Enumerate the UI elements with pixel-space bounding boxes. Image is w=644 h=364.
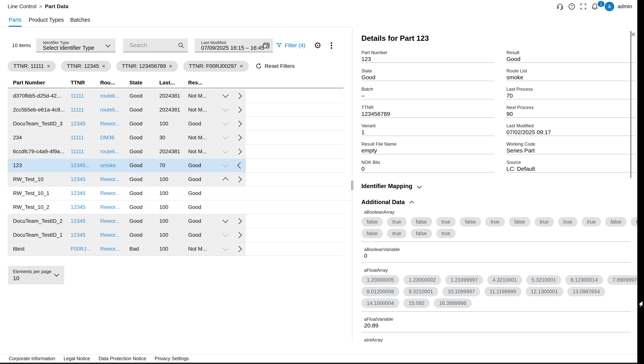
table-row[interactable]: DocuTeam_TestID_3 12345 Rewor... Good 10… [8, 117, 343, 130]
ttnr-link[interactable]: 11111 [71, 131, 84, 144]
table-subrow[interactable]: RW_Test_10_1 12345 Rewor... Good 100 Goo… [8, 186, 343, 200]
footer-link-corporate-information[interactable]: Corporate Information [9, 356, 55, 361]
expand-chevron-icon[interactable] [222, 161, 229, 168]
footer-link-data-protection-notice[interactable]: Data Protection Notice [98, 356, 146, 361]
route-link[interactable]: Rewor... [100, 186, 120, 200]
expand-chevron-icon[interactable] [222, 134, 229, 140]
ttnr-link[interactable]: 12345 [71, 186, 86, 200]
remove-chip-icon[interactable]: × [47, 63, 50, 69]
ttnr-link[interactable]: 12345... [71, 159, 90, 172]
open-details-icon[interactable] [236, 246, 242, 252]
more-options-icon[interactable] [331, 41, 333, 50]
ttnr-link[interactable]: 12345 [71, 117, 86, 130]
route-link[interactable]: Rewor... [100, 214, 120, 228]
collapse-chevron-icon[interactable] [222, 177, 229, 183]
col-part-number[interactable]: Part Number [13, 78, 45, 87]
expand-chevron-icon[interactable] [222, 217, 229, 223]
expand-chevron-icon[interactable] [222, 106, 229, 112]
settings-gear-icon[interactable]: ⚙ [314, 38, 321, 52]
footer-link-privacy-settings[interactable]: Privacy Settings [155, 356, 189, 361]
table-subrow[interactable]: RW_Test_10_2 12345 Rewor... Good 100 Goo… [8, 200, 343, 214]
ttnr-link[interactable]: F00RJ... [71, 242, 91, 256]
route-link[interactable]: Rewor... [100, 200, 120, 214]
ttnr-link[interactable]: 12345 [71, 214, 86, 228]
table-row-selected[interactable]: 123 12345... smoke Good 70 Good [8, 159, 343, 172]
expand-chevron-icon[interactable] [222, 231, 229, 237]
section-identifier-mapping[interactable]: Identifier Mapping [361, 183, 421, 190]
open-details-icon[interactable] [236, 134, 242, 141]
cell-state: Good [129, 131, 142, 144]
filter-chip[interactable]: TTNR: F00RJ00297× [183, 61, 249, 72]
col-result[interactable]: Res... [188, 78, 202, 87]
username[interactable]: admin [618, 0, 632, 13]
route-link[interactable]: Rewor... [100, 117, 120, 130]
close-panel-icon[interactable]: × [631, 30, 636, 39]
table-row[interactable]: DocuTeam_TestID_2 12345 Rewor... Good 10… [8, 214, 343, 228]
ttnr-link[interactable]: 11111 [71, 103, 84, 116]
ttnr-link[interactable]: 12345 [71, 200, 86, 214]
open-details-icon[interactable] [236, 176, 242, 182]
open-details-icon[interactable] [236, 232, 242, 238]
support-headset-icon[interactable] [556, 3, 564, 10]
avatar[interactable]: A [605, 2, 614, 11]
breadcrumb-root[interactable]: Line Control [8, 4, 37, 9]
table-row[interactable]: 2cc5b5eb-e61a-4c8... 11111 routeli... Go… [8, 103, 343, 116]
route-link[interactable]: Rewor... [100, 228, 120, 242]
remove-chip-icon[interactable]: × [169, 63, 172, 69]
tab-parts[interactable]: Parts [9, 13, 22, 27]
search-input[interactable]: Search [123, 38, 188, 52]
route-link[interactable]: Rewor... [100, 242, 120, 256]
calendar-icon[interactable] [263, 42, 270, 49]
route-link[interactable]: routeli... [100, 103, 119, 116]
filter-button[interactable]: Filter (4) [276, 38, 305, 52]
expand-chevron-icon[interactable] [222, 120, 229, 126]
open-details-icon[interactable] [236, 148, 242, 155]
open-details-icon[interactable] [236, 218, 242, 224]
route-link[interactable]: Rewor... [100, 173, 120, 186]
last-modified-datepicker[interactable]: Last Modified 07/09/2025 16:15 – 16:45 [195, 38, 273, 52]
remove-chip-icon[interactable]: × [102, 63, 105, 69]
remove-chip-icon[interactable]: × [240, 63, 243, 69]
table-row[interactable]: d370fbb5-d25d-42... 11111 routeli... Goo… [8, 89, 343, 102]
route-link[interactable]: smoke [100, 159, 116, 172]
filter-chip[interactable]: TTNR: 123456789× [116, 61, 178, 72]
open-details-icon[interactable] [236, 107, 242, 113]
expand-chevron-icon[interactable] [222, 147, 229, 154]
table-row[interactable]: DocuTeam_TestID_1 12345 Rewor... Good 10… [8, 228, 343, 242]
route-link[interactable]: routeli... [100, 145, 119, 158]
col-route[interactable]: Rou... [100, 78, 115, 87]
reset-filters-button[interactable]: Reset Filters [256, 63, 295, 69]
ttnr-link[interactable]: 11111 [71, 145, 84, 158]
expand-chevron-icon[interactable] [222, 92, 229, 98]
expand-chevron-icon[interactable] [222, 245, 229, 251]
close-details-icon[interactable] [237, 162, 244, 169]
route-link[interactable]: routeli... [100, 89, 119, 102]
help-icon[interactable]: ? [568, 3, 575, 10]
col-ttnr[interactable]: TTNR [71, 78, 85, 87]
search-icon[interactable] [178, 42, 184, 49]
elements-per-page-select[interactable]: Elements per page 10 [8, 266, 64, 284]
fullscreen-icon[interactable] [580, 3, 587, 10]
table-row[interactable]: 234 11111 DM36 Good 30 Not M... [8, 131, 343, 144]
tab-product-types[interactable]: Product Types [29, 13, 64, 27]
ttnr-link[interactable]: 11111 [71, 89, 84, 102]
filter-chip[interactable]: TTNR: 11111× [8, 61, 56, 72]
tab-batches[interactable]: Batches [70, 13, 90, 27]
notifications-bell-icon[interactable] [591, 3, 598, 10]
footer-link-legal-notice[interactable]: Legal Notice [64, 356, 90, 361]
table-row[interactable]: 6ccdfc79-c4a9-4f9a... 11111 routeli... G… [8, 145, 343, 158]
table-row[interactable]: tttest F00RJ... Rewor... Bad 100 Not M..… [8, 242, 343, 256]
open-details-icon[interactable] [236, 121, 242, 127]
panel-resize-handle[interactable] [351, 181, 354, 190]
col-last[interactable]: Last... [159, 78, 175, 87]
panel-scrollbar[interactable] [630, 31, 631, 178]
table-row-expanded[interactable]: RW_Test_10 12345 Rewor... Good 100 Good [8, 173, 343, 186]
ttnr-link[interactable]: 12345 [71, 173, 86, 186]
ttnr-link[interactable]: 12345 [71, 228, 86, 242]
filter-chip[interactable]: TTNR: 12345× [61, 61, 111, 72]
section-additional-data[interactable]: Additional Data [361, 199, 413, 206]
identifier-type-select[interactable]: Identifier Type Select Identifier Type [36, 38, 115, 52]
route-link[interactable]: DM36 [100, 131, 114, 144]
col-state[interactable]: State [129, 78, 142, 87]
open-details-icon[interactable] [236, 93, 242, 99]
